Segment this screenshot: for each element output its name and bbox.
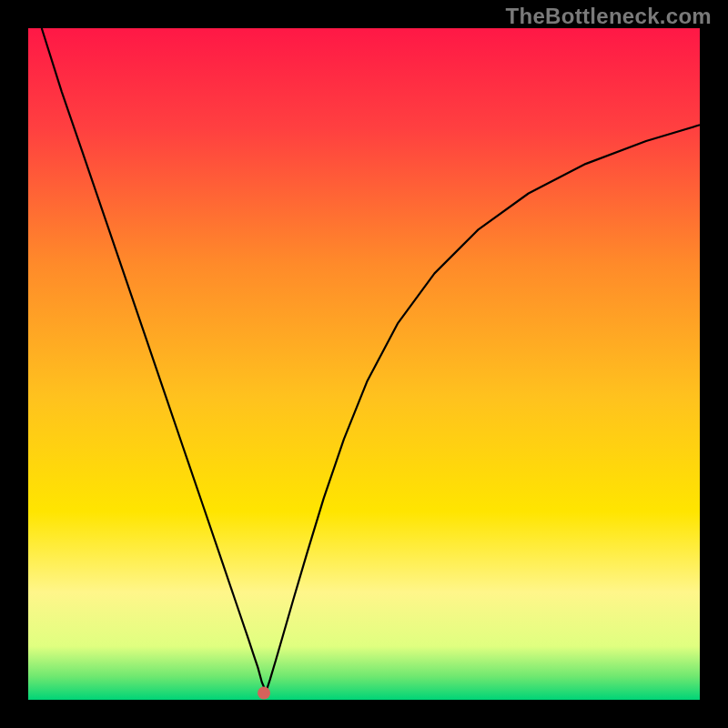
optimum-marker <box>258 687 270 700</box>
plot-background <box>28 28 700 700</box>
chart-frame: TheBottleneck.com <box>0 0 728 728</box>
bottleneck-chart <box>0 0 728 728</box>
watermark-text: TheBottleneck.com <box>506 4 712 29</box>
